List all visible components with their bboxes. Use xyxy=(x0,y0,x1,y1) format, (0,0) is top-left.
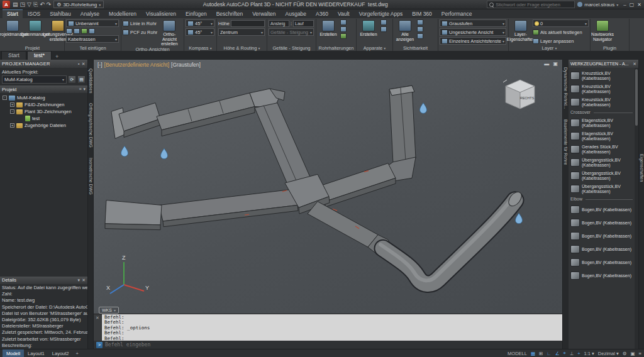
viewcube[interactable]: RECHTS xyxy=(499,76,541,125)
elevation-input[interactable] xyxy=(231,20,265,27)
print-icon[interactable]: ⎘ xyxy=(33,1,38,8)
expand-icon[interactable]: ▾ xyxy=(78,278,80,283)
tree-node-zugehoerige-dateien[interactable]: + Zugehörige Dateien xyxy=(0,122,87,129)
cable-tray-model[interactable] xyxy=(94,60,562,314)
palette-tool[interactable]: Übergangsstück,BV (Kabeltrassen) xyxy=(569,182,634,195)
layer-properties-button[interactable]: Layer-Eigenschaften xyxy=(510,19,531,41)
palette-tool[interactable]: Elbow xyxy=(569,195,634,203)
user-menu[interactable]: marcel.straus ▾ xyxy=(577,2,618,8)
project-settings-button[interactable]: ▤ xyxy=(77,75,86,84)
named-view-combo[interactable]: Ungesicherte Ansicht ▾ xyxy=(440,28,506,36)
palette-tool[interactable]: Bogen,BV (Kabeltrassen) xyxy=(569,203,634,216)
refresh-project-button[interactable]: ⟳ xyxy=(68,75,76,84)
palette-tool[interactable]: Bogen,BV (Kabeltrassen) xyxy=(569,243,634,256)
tree-node-plant3d-zeichnungen[interactable]: - Plant 3D-Zeichnungen xyxy=(0,108,87,115)
file-tab-test[interactable]: test* xyxy=(27,51,52,60)
model-viewport[interactable]: [-][Benutzerdefinierte Ansicht][Graustuf… xyxy=(94,60,562,314)
palette-tool[interactable]: Gerades Stück,BV (Kabeltrassen) xyxy=(569,143,634,156)
view-name-label[interactable]: [Benutzerdefinierte Ansicht] xyxy=(104,62,169,68)
viewport-window-icons[interactable]: ▬ ▣ xyxy=(544,61,559,67)
set-current-layer-button[interactable]: Als aktuell festlegen xyxy=(533,28,589,36)
command-input[interactable] xyxy=(105,342,560,348)
part-icon[interactable] xyxy=(66,28,72,34)
palette-scrollbar[interactable] xyxy=(635,68,638,349)
support-tool-icon[interactable] xyxy=(340,33,347,39)
status-toggle[interactable]: ▣ xyxy=(631,351,635,356)
part-icon[interactable] xyxy=(89,28,95,34)
status-toggle[interactable]: ⌖ xyxy=(563,350,565,356)
ribbon-tab[interactable]: Einfügen xyxy=(181,10,211,18)
redo-icon[interactable]: ↷ xyxy=(47,1,52,8)
tree-node-test-dwg[interactable]: test xyxy=(0,115,87,122)
rise-input[interactable]: Ansteig xyxy=(269,20,289,27)
palette-tool[interactable]: Etagenstück,BV (Kabeltrassen) xyxy=(569,129,634,143)
visual-style-combo[interactable]: Graustufen ▾ xyxy=(440,19,506,27)
command-gutter[interactable]: ✕ xyxy=(94,314,102,341)
vertical-tab[interactable]: Quelldateien xyxy=(89,69,93,93)
open-file-icon[interactable]: ◳ xyxy=(20,1,26,8)
new-file-icon[interactable]: ▤ xyxy=(13,1,18,8)
tree-node-mum-katalog[interactable]: - MuM-Katalog xyxy=(0,94,87,101)
ribbon-tab[interactable]: A360 xyxy=(311,10,333,18)
palette-tool[interactable]: Kreuzstück,BV (Kabeltrassen) xyxy=(569,69,634,82)
part-icon[interactable] xyxy=(81,28,87,34)
wcs-selector[interactable]: WKS ▾ xyxy=(99,307,119,314)
expander-icon[interactable]: - xyxy=(10,109,14,114)
palette-tool[interactable]: Bogen,BV (Kabeltrassen) xyxy=(569,229,634,243)
ribbon-tab[interactable]: Vorgefertigte Apps xyxy=(355,10,407,18)
create-equipment-button[interactable]: Erstellen xyxy=(358,19,379,37)
undo-icon[interactable]: ↶ xyxy=(40,1,45,8)
palette-tool[interactable]: Etagenstück,BV (Kabeltrassen) xyxy=(569,116,634,129)
palette-tool[interactable]: Bogen,BV (Kabeltrassen) xyxy=(569,216,634,229)
visibility-tool-icon[interactable] xyxy=(417,19,423,25)
collapsed-palette-tab[interactable]: Bauelemente für Rohre xyxy=(564,119,568,165)
status-toggle[interactable]: ≡ xyxy=(639,351,641,356)
file-tab-start[interactable]: Start xyxy=(1,51,26,60)
collapsed-palette-tab[interactable]: Eigenschaften xyxy=(640,154,644,182)
ribbon-tab[interactable]: BIM 360 xyxy=(408,10,436,18)
palette-tool[interactable]: Kreuzstück,BV (Kabeltrassen) xyxy=(569,96,634,109)
status-toggle[interactable]: ⊞ xyxy=(539,351,543,356)
ribbon-tab[interactable]: Beschriften xyxy=(212,10,248,18)
ribbon-tab[interactable]: ISOS xyxy=(23,10,45,18)
maximize-button[interactable]: ▢ xyxy=(630,2,635,8)
layout-tab[interactable]: Layout1 xyxy=(24,349,48,357)
autocad-logo-icon[interactable]: A xyxy=(3,1,10,8)
viewport-label[interactable]: [-][Benutzerdefinierte Ansicht][Graustuf… xyxy=(97,62,203,68)
vertical-tab[interactable]: Orthographische DWG xyxy=(89,103,93,148)
run-input[interactable]: Lauf xyxy=(293,20,314,27)
close-icon[interactable]: ✕ xyxy=(82,62,86,67)
status-toggle[interactable]: ∠ xyxy=(555,351,560,356)
ribbon-tab[interactable]: Analyse xyxy=(76,10,104,18)
support-tool-icon[interactable] xyxy=(340,26,347,32)
close-icon[interactable]: ✕ xyxy=(633,62,636,67)
plane-combo[interactable]: Zentrum ▾ xyxy=(218,28,265,36)
ribbon-tab[interactable]: Modellieren xyxy=(104,10,141,18)
ribbon-tab[interactable]: Verwalten xyxy=(248,10,280,18)
equipment-tool-icon[interactable] xyxy=(380,19,387,25)
create-ortho-view-button[interactable]: Ortho-Ansicht erstellen xyxy=(158,19,180,47)
status-toggle[interactable]: 1:1 ▾ xyxy=(584,351,594,356)
show-all-button[interactable]: Alle anzeigen xyxy=(394,19,416,41)
compass-snap-combo[interactable]: 45° ▾ xyxy=(186,28,214,36)
layer-combo[interactable]: 0 ▾ xyxy=(533,19,589,27)
ribbon-tab[interactable]: Ausgabe xyxy=(281,10,311,18)
expander-icon[interactable]: + xyxy=(10,123,14,128)
viewport-controls-label[interactable]: [-] xyxy=(97,62,103,68)
help-search[interactable] xyxy=(487,1,575,8)
new-tab-button[interactable]: + xyxy=(52,53,62,60)
minimize-button[interactable]: – xyxy=(623,2,626,8)
add-layout-button[interactable]: + xyxy=(76,351,79,356)
palette-tool[interactable]: Bogen,BV (Kabeltrassen) xyxy=(569,269,634,282)
palette-tool[interactable]: Übergangsstück,BV (Kabeltrassen) xyxy=(569,156,634,169)
part-spec-combo[interactable]: Unbenannt ▾ xyxy=(66,19,119,27)
navisworks-button[interactable]: Navisworks Navigator xyxy=(592,19,613,41)
ribbon-tab[interactable]: Stahlbau xyxy=(45,10,75,18)
visibility-tool-icon[interactable] xyxy=(417,26,423,32)
status-toggle[interactable]: MODELL xyxy=(508,351,527,356)
pin-icon[interactable]: ▪ xyxy=(78,62,80,67)
support-tool-icon[interactable] xyxy=(340,19,347,25)
viewport-config-combo[interactable]: Einzelnes Ansichtsfenster ▾ xyxy=(440,37,506,45)
layer-on-icon[interactable] xyxy=(535,21,539,26)
status-toggle[interactable]: Dezimal ▾ xyxy=(598,351,619,356)
